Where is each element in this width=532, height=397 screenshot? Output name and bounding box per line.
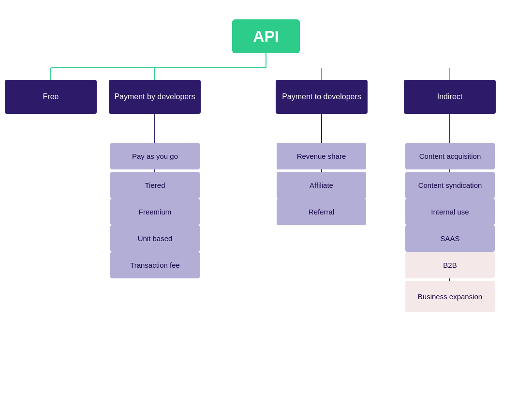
node-revenue-share: Revenue share: [277, 143, 366, 169]
node-free: Free: [5, 80, 97, 114]
node-referral: Referral: [277, 198, 366, 225]
api-node: API: [232, 19, 300, 53]
node-content-syndication: Content syndication: [405, 172, 495, 198]
node-saas: SAAS: [405, 225, 495, 252]
node-internal-use: Internal use: [405, 198, 495, 225]
node-payment-to: Payment to developers: [276, 80, 368, 114]
node-payment-by: Payment by developers: [109, 80, 201, 114]
node-pay-as-you-go: Pay as you go: [110, 143, 200, 169]
node-affiliate: Affiliate: [277, 172, 366, 198]
node-transaction-fee: Transaction fee: [110, 252, 200, 278]
diagram: API Free Payment by developers Payment t…: [0, 0, 532, 397]
node-tiered: Tiered: [110, 172, 200, 198]
node-business-expansion: Business expansion: [405, 281, 495, 312]
node-freemium: Freemium: [110, 198, 200, 225]
node-unit-based: Unit based: [110, 225, 200, 252]
node-indirect: Indirect: [404, 80, 496, 114]
node-content-acquisition: Content acquisition: [405, 143, 495, 169]
node-b2b: B2B: [405, 252, 495, 278]
